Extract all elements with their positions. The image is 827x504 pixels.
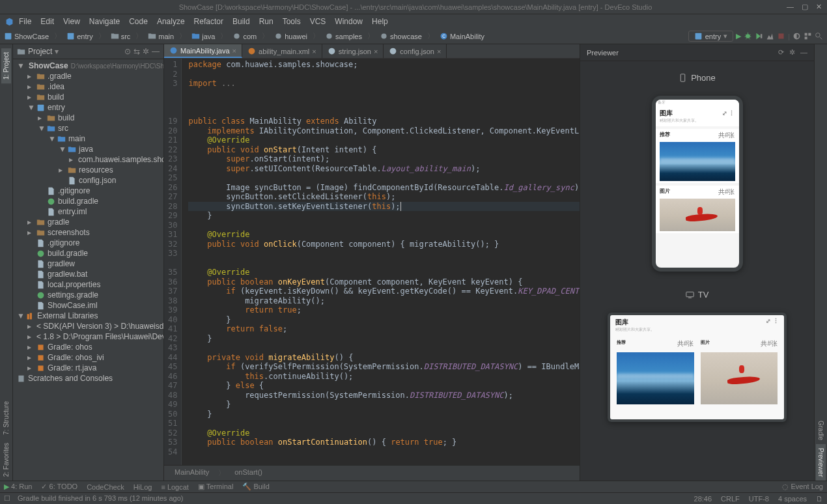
tree-item[interactable]: settings.gradle (13, 290, 163, 300)
event-log[interactable]: Event Log (791, 483, 823, 490)
tree-item[interactable]: gradlew.bat (13, 269, 163, 279)
tab-gradle[interactable]: Gradle (816, 417, 826, 444)
menu-window[interactable]: Window (331, 16, 367, 27)
ide-indicator[interactable]: 🗋 (816, 495, 823, 503)
hide-pv-icon[interactable]: — (800, 48, 807, 57)
tree-item[interactable]: ▸com.huawei.samples.showcase (13, 154, 163, 165)
coverage-button[interactable] (755, 32, 763, 40)
svg-rect-8 (695, 33, 701, 40)
tree-item[interactable]: ShowCase.iml (13, 300, 163, 311)
menu-vcs[interactable]: VCS (306, 16, 330, 27)
file-encoding[interactable]: UTF-8 (749, 495, 769, 503)
svg-rect-28 (38, 355, 43, 360)
menu-help[interactable]: Help (368, 16, 392, 27)
tab-build[interactable]: Build (253, 483, 269, 490)
tree-item[interactable]: ▸.gradle (13, 71, 163, 81)
code-editor[interactable]: 1231920212223242526272829303132333536373… (164, 59, 580, 465)
editor-tab[interactable]: ability_main.xml× (242, 44, 322, 58)
refresh-icon[interactable]: ⟳ (778, 48, 784, 57)
maximize-button[interactable]: ▢ (802, 3, 808, 11)
tree-item[interactable]: build.gradle (13, 196, 163, 206)
tree-item[interactable]: .gitignore (13, 186, 163, 196)
breadcrumb-class[interactable]: MainAbility (173, 468, 210, 479)
search-button[interactable] (815, 32, 823, 40)
project-tree[interactable]: ▼ ShowCase D:\workspace\Harmony\HDC\Show… (13, 59, 163, 481)
tree-item[interactable]: ▸gradle (13, 217, 163, 227)
tree-ext-libs[interactable]: ▼ External Libraries (13, 311, 163, 321)
tree-item[interactable]: ▸build (13, 113, 163, 123)
profiler-button[interactable] (766, 32, 774, 40)
indent-config[interactable]: 4 spaces (778, 495, 807, 503)
menu-code[interactable]: Code (125, 16, 152, 27)
debug-button[interactable] (744, 32, 752, 40)
tree-item[interactable]: .gitignore (13, 238, 163, 248)
stop-button[interactable] (777, 32, 785, 40)
tab-terminal[interactable]: Terminal (206, 483, 234, 490)
tree-scratches[interactable]: Scratches and Consoles (13, 373, 163, 384)
run-config-dropdown[interactable]: entry ▾ (688, 31, 733, 42)
run-button[interactable]: ▶ (736, 32, 741, 40)
hide-icon[interactable]: — (152, 47, 160, 56)
editor-tab[interactable]: MainAbility.java× (164, 44, 242, 58)
tree-lib-item[interactable]: ▸Gradle: ohos_ivi (13, 352, 163, 363)
editor-content[interactable]: package com.huawei.samples.showcase; imp… (182, 59, 580, 465)
status-message: Gradle build finished in 6 s 793 ms (12 … (18, 494, 183, 502)
tree-lib-item[interactable]: ▸< SDK(API Version 3) > D:\huaweisdk (13, 321, 163, 331)
breadcrumb-method[interactable]: onStart() (233, 468, 264, 479)
tree-item[interactable]: build.gradle (13, 248, 163, 259)
tree-lib-item[interactable]: ▸Gradle: rt.java (13, 363, 163, 373)
line-separator[interactable]: CRLF (721, 495, 740, 503)
menu-analyze[interactable]: Analyze (153, 16, 189, 27)
tree-lib-item[interactable]: ▸< 1.8 > D:\Program Files\Huawei\DevEco … (13, 331, 163, 342)
project-scope-label[interactable]: Project (28, 47, 52, 56)
tree-item[interactable]: local.properties (13, 279, 163, 290)
tree-item[interactable]: ▸resources (13, 165, 163, 175)
sync-button[interactable] (792, 32, 801, 40)
editor-gutter[interactable]: 1231920212223242526272829303132333536373… (164, 59, 182, 465)
tab-run[interactable]: 4: Run (11, 483, 32, 490)
close-button[interactable]: ✕ (816, 3, 822, 11)
tree-item[interactable]: gradlew (13, 259, 163, 269)
tree-item[interactable]: config.json (13, 175, 163, 186)
editor-tab[interactable]: config.json× (384, 44, 447, 58)
breadcrumb-module[interactable]: ShowCase (4, 32, 49, 40)
select-opened-icon[interactable]: ⇆ (133, 47, 140, 56)
menu-edit[interactable]: Edit (36, 16, 58, 27)
tree-item[interactable]: ▸.idea (13, 81, 163, 92)
tree-item[interactable]: ▼entry (13, 102, 163, 113)
pkg-icon (232, 32, 241, 40)
tv-preview[interactable]: 图库 精彩照片和大家共享。 ⤢ ⋮ 推荐共#张 图片共#张 (608, 313, 787, 422)
tree-root[interactable]: ▼ ShowCase D:\workspace\Harmony\HDC\Show… (13, 61, 163, 71)
menu-file[interactable]: File (15, 16, 35, 27)
breadcrumb-config[interactable]: entry (66, 32, 92, 40)
tab-todo[interactable]: 6: TODO (49, 483, 78, 490)
cursor-position[interactable]: 28:46 (694, 495, 712, 503)
tab-codecheck[interactable]: CodeCheck (87, 483, 124, 491)
menu-build[interactable]: Build (229, 16, 254, 27)
phone-preview[interactable]: 备牙 图库 ⤢ ⋮ 精彩照片和大家共享。 推荐共#张 图片共#张 (652, 96, 743, 272)
tree-item[interactable]: entry.iml (13, 206, 163, 217)
tree-lib-item[interactable]: ▸Gradle: ohos (13, 342, 163, 352)
tab-structure[interactable]: 7: Structure (1, 397, 11, 439)
settings-icon[interactable]: ✲ (143, 47, 149, 56)
tree-item[interactable]: ▼src (13, 123, 163, 133)
editor-tab[interactable]: string.json× (322, 44, 384, 58)
menu-refactor[interactable]: Refactor (190, 16, 227, 27)
menu-view[interactable]: View (59, 16, 84, 27)
collapse-icon[interactable]: ⊙ (124, 47, 131, 56)
menu-tools[interactable]: Tools (279, 16, 305, 27)
tree-item[interactable]: ▼java (13, 144, 163, 154)
tree-item[interactable]: ▼main (13, 133, 163, 144)
tab-project[interactable]: 1: Project (1, 48, 11, 83)
tree-item[interactable]: ▸screenshots (13, 227, 163, 238)
tab-favorites[interactable]: 2: Favorites (1, 439, 11, 481)
tree-item[interactable]: ▸build (13, 92, 163, 102)
menu-navigate[interactable]: Navigate (85, 16, 124, 27)
gear-icon[interactable]: ✲ (789, 48, 795, 57)
minimize-button[interactable]: — (787, 3, 794, 11)
tab-logcat[interactable]: Logcat (167, 483, 189, 491)
tab-previewer[interactable]: Previewer (816, 444, 826, 481)
tab-hilog[interactable]: HiLog (133, 483, 152, 491)
menu-run[interactable]: Run (255, 16, 277, 27)
structure-button[interactable] (804, 32, 812, 40)
